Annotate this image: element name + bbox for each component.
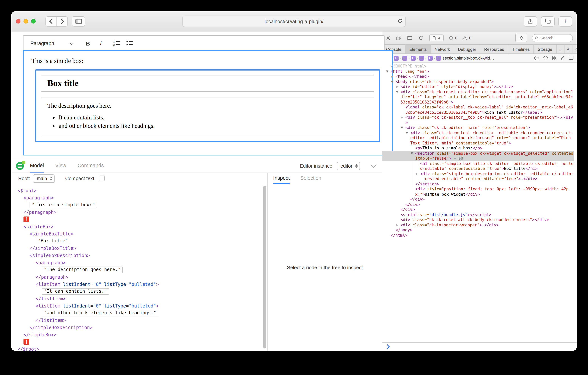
- model-tree-line[interactable]: </paragraph>: [17, 209, 267, 216]
- dom-tree-line[interactable]: ▶<div class="ck ck-editor__top ck-reset_…: [382, 115, 574, 125]
- model-tree-line[interactable]: <listItem listIndent="0" listType="bulle…: [17, 281, 267, 288]
- model-tree-line[interactable]: <simpleBoxDescription>: [17, 252, 267, 259]
- expand-arrow-icon[interactable]: ▶: [396, 222, 400, 228]
- dom-tree-line[interactable]: <!DOCTYPE html>: [382, 64, 574, 69]
- model-tree-line[interactable]: <listItem listIndent="0" listType="bulle…: [17, 302, 267, 309]
- model-tree-line[interactable]: <$root>: [17, 187, 267, 194]
- dom-tree-line[interactable]: ▼<div class="ck ck-editor__main" role="p…: [382, 125, 574, 130]
- inspector-side-tab-inspect[interactable]: Inspect: [273, 173, 290, 184]
- simple-box-title[interactable]: Box title: [41, 75, 374, 92]
- address-bar[interactable]: localhost/creating-a-plugin/: [182, 16, 406, 27]
- dom-tree-line[interactable]: ▶<div class="ck-inspector-wrapper">…</di…: [382, 222, 574, 228]
- dom-tree-line[interactable]: </div>: [382, 202, 574, 207]
- editor-paragraph[interactable]: This is a simple box:: [32, 57, 385, 65]
- root-select[interactable]: main: [33, 174, 54, 183]
- breadcrumb-item[interactable]: E: [394, 55, 399, 60]
- forward-button[interactable]: [56, 16, 67, 26]
- dom-tree-line[interactable]: <label class="ck ck-label ck-voice-label…: [382, 105, 574, 115]
- dom-tree-line[interactable]: <p>This is a simple box:</p>: [382, 146, 574, 151]
- model-tree-line[interactable]: </simpleBoxTitle>: [17, 244, 267, 252]
- minimize-window-button[interactable]: [23, 19, 28, 23]
- show-all-tabs-button[interactable]: [541, 16, 555, 26]
- issues-count[interactable]: 0: [449, 36, 457, 40]
- bulleted-list-button[interactable]: [124, 38, 135, 49]
- expand-arrow-icon[interactable]: ▶: [416, 171, 420, 176]
- collapse-arrow-icon[interactable]: ▼: [401, 125, 405, 130]
- print-icon[interactable]: [534, 56, 539, 60]
- web-inspector-tab-timelines[interactable]: Timelines: [508, 45, 534, 54]
- list-item[interactable]: and other block elements like headings.: [59, 121, 368, 130]
- editor-instance-select[interactable]: editor: [337, 162, 360, 170]
- close-inspector-button[interactable]: [386, 36, 390, 40]
- model-tree-line[interactable]: "The description goes here.": [17, 266, 267, 273]
- collapse-arrow-icon[interactable]: ▼: [396, 89, 400, 94]
- dom-tree-line[interactable]: </body>: [382, 228, 574, 233]
- dom-tree-line[interactable]: <script src="dist/bundle.js"></script>: [382, 212, 574, 217]
- model-tree-line[interactable]: ]: [17, 338, 267, 345]
- dom-tree-line[interactable]: ▶<head>…</head>: [382, 74, 574, 79]
- dock-side-button[interactable]: [407, 36, 412, 40]
- inspector-tab-commands[interactable]: Commands: [78, 159, 104, 173]
- model-tree-line[interactable]: "Box title": [17, 237, 267, 244]
- detach-inspector-button[interactable]: [396, 36, 401, 40]
- resource-count[interactable]: 4: [429, 34, 444, 41]
- dom-tree-line[interactable]: <h1 class="simple-box-title ck-editor__e…: [382, 161, 574, 171]
- share-button[interactable]: [524, 16, 537, 26]
- numbered-list-button[interactable]: 1. 2.: [111, 38, 122, 49]
- breadcrumb-item[interactable]: E: [411, 55, 416, 60]
- expand-arrow-icon[interactable]: ▶: [396, 84, 400, 89]
- expand-arrow-icon[interactable]: ▶: [391, 74, 395, 79]
- collapse-inspector-button[interactable]: [371, 165, 376, 167]
- collapse-arrow-icon[interactable]: ▼: [406, 130, 410, 135]
- model-tree-line[interactable]: <paragraph>: [17, 259, 267, 266]
- inspector-tab-view[interactable]: View: [55, 159, 66, 173]
- dom-tree-line[interactable]: ▼<div class="ck ck-content ck-editor__ed…: [382, 130, 574, 146]
- dom-tree-line[interactable]: ▼<body class="ck-inspector-body-expanded…: [382, 79, 574, 84]
- web-inspector-tab-storage[interactable]: Storage: [534, 45, 556, 54]
- breadcrumb-item[interactable]: Esection.simple-box.ck-wid…: [436, 55, 494, 60]
- pencil-icon[interactable]: [560, 56, 565, 60]
- model-tree-line[interactable]: [: [17, 216, 267, 223]
- italic-button[interactable]: I: [95, 38, 106, 49]
- dom-tree-line[interactable]: <div class="ck ck-reset_all ck-body ck-r…: [382, 217, 574, 222]
- collapse-arrow-icon[interactable]: ▼: [411, 151, 415, 156]
- collapse-arrow-icon[interactable]: ▼: [391, 79, 395, 84]
- dom-tree-line[interactable]: ▼<div class="ck ck-reset ck-editor ck-ro…: [382, 89, 574, 105]
- grid-icon[interactable]: [552, 56, 556, 60]
- settings-button[interactable]: [572, 45, 577, 54]
- warnings-count[interactable]: 0: [463, 36, 472, 40]
- model-tree-line[interactable]: </$root>: [17, 345, 267, 351]
- model-tree-line[interactable]: </simpleBox>: [17, 331, 267, 338]
- dom-tree-line[interactable]: </div>: [382, 207, 574, 212]
- model-tree-line[interactable]: </paragraph>: [17, 273, 267, 281]
- element-picker-button[interactable]: [515, 34, 527, 42]
- code-brackets-icon[interactable]: [543, 56, 548, 60]
- model-tree-line[interactable]: "It can contain lists,": [17, 288, 267, 295]
- dom-tree-line[interactable]: ▶<div class="simple-box-description ck-e…: [382, 171, 574, 181]
- model-tree-line[interactable]: <simpleBoxTitle>: [17, 230, 267, 237]
- dom-tree-line[interactable]: </div>: [382, 197, 574, 202]
- breadcrumb-item[interactable]: E: [428, 55, 432, 60]
- reload-button[interactable]: [398, 18, 403, 23]
- collapse-arrow-icon[interactable]: ▼: [386, 69, 390, 74]
- inspector-side-tab-selection[interactable]: Selection: [300, 173, 321, 184]
- tab-overflow-button[interactable]: »: [556, 45, 564, 54]
- dom-tree-line[interactable]: <div style="position: fixed; top: 0px; l…: [382, 187, 574, 197]
- dom-tree-line[interactable]: ▶<div id="editor" style="display: none;"…: [382, 84, 574, 89]
- expand-arrow-icon[interactable]: ▶: [401, 115, 405, 120]
- reload-page-button[interactable]: [418, 35, 423, 40]
- zoom-window-button[interactable]: [31, 19, 36, 23]
- web-inspector-tab-elements[interactable]: Elements: [406, 45, 431, 54]
- model-tree-line[interactable]: "and other block elements like headings.…: [17, 309, 267, 317]
- split-view-icon[interactable]: [569, 56, 574, 60]
- close-window-button[interactable]: [16, 19, 21, 23]
- simple-box-widget[interactable]: Box title The description goes here. It …: [35, 69, 380, 142]
- breadcrumb-item[interactable]: E: [419, 55, 424, 60]
- web-inspector-tab-network[interactable]: Network: [431, 45, 454, 54]
- simple-box-description[interactable]: The description goes here. It can contai…: [41, 97, 374, 136]
- back-button[interactable]: [46, 16, 56, 26]
- model-tree-line[interactable]: </simpleBoxDescription>: [17, 324, 267, 331]
- model-tree-line[interactable]: <paragraph>: [17, 194, 267, 201]
- heading-dropdown[interactable]: Paragraph: [27, 38, 77, 49]
- add-tab-button[interactable]: +: [565, 45, 573, 54]
